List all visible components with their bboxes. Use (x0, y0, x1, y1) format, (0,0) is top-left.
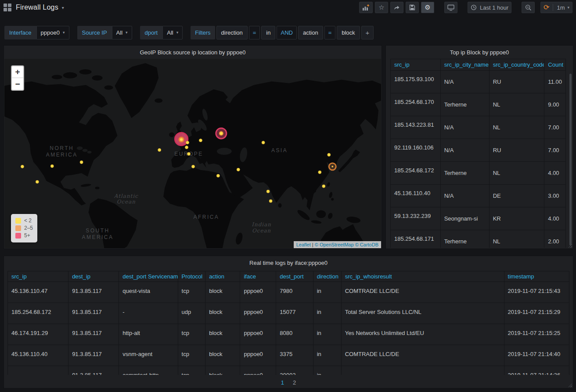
column-header-dest-port[interactable]: dest_port (276, 271, 313, 282)
gear-icon: ⚙ (425, 4, 430, 11)
filter-value-in[interactable]: in (261, 26, 275, 39)
dashboard-title-button[interactable]: Firewall Logs ▾ (4, 4, 64, 11)
variable-source-ip-value: All (116, 29, 122, 36)
cell-dest-ip: 91.3.85.117 (68, 324, 119, 345)
add-panel-button[interactable] (359, 2, 373, 13)
cell-direction: in (313, 324, 341, 345)
zoom-out-button[interactable] (522, 2, 535, 13)
cell-timestamp: 2019-11-07 21:15:29 (504, 303, 569, 324)
add-filter-button[interactable]: + (361, 26, 374, 39)
share-icon (393, 4, 400, 11)
table-row: 185.254.68.171TerherneNL2.00 (391, 230, 566, 248)
cell-service: vsnm-agent (119, 345, 178, 366)
column-header-timestamp[interactable]: timestamp (504, 271, 569, 282)
logs-table: src_ip dest_ip dest_port Servicename Pro… (7, 271, 569, 375)
cell-src-ip: 185.175.93.100 (391, 71, 441, 93)
variable-dport: dport All ▾ (140, 26, 183, 39)
variable-interface-value-dropdown[interactable]: pppoe0 ▾ (36, 26, 69, 39)
page-button-2[interactable]: 2 (293, 379, 296, 386)
panel-title[interactable]: Real time logs by iface:pppoe0 (4, 256, 573, 269)
column-header-whois[interactable]: src_ip_whoisresult (341, 271, 504, 282)
continent-north-america (4, 82, 117, 206)
variable-source-ip-value-dropdown[interactable]: All ▾ (112, 26, 132, 39)
cell-direction: in (313, 303, 341, 324)
column-header-protocol[interactable]: Protocol (178, 271, 205, 282)
cell-country: RU (489, 71, 544, 93)
navbar: Firewall Logs ▾ ☆ (0, 0, 576, 15)
world-map[interactable]: NORTH AMERICA EUROPE ASIA AFRICA SOUTH A… (4, 59, 381, 248)
cell-service: - (119, 303, 178, 324)
cell-city: Terherne (440, 93, 489, 116)
zoom-in-button[interactable]: + (12, 66, 23, 78)
cell-service: quest-vista (119, 282, 178, 303)
time-picker-button[interactable]: Last 1 hour (468, 2, 511, 13)
filter-key-direction[interactable]: direction (216, 26, 248, 39)
cell-count: 4.00 (544, 162, 566, 185)
cell-src-ip: 185.254.68.172 (8, 303, 68, 324)
refresh-button[interactable]: ⟳ 1m ▾ (540, 2, 572, 13)
dashboard-submenu: Interface pppoe0 ▾ Source IP All ▾ dport… (4, 25, 572, 40)
cell-iface: pppoe0 (240, 324, 276, 345)
column-header-src-ip[interactable]: src_ip (8, 271, 68, 282)
table-row: 185.143.223.81N/ANL7.00 (391, 116, 566, 139)
map-marker-cluster-moscow[interactable] (216, 128, 227, 139)
variable-dport-value-dropdown[interactable]: All ▾ (162, 26, 183, 39)
variable-dport-value: All (167, 29, 173, 36)
cell-count: 11.00 (544, 71, 566, 93)
column-header-action[interactable]: action (205, 271, 240, 282)
map-zoom-control: + − (11, 65, 24, 91)
panel-realtime-logs: Real time logs by iface:pppoe0 src_ip de… (4, 256, 573, 388)
openstreetmap-link[interactable]: © OpenStreetMap (315, 242, 354, 247)
cell-count: 7.00 (544, 116, 566, 139)
star-button[interactable]: ☆ (375, 2, 388, 13)
table-header-row: src_ip src_ip_city_name src_ip_country_c… (391, 59, 566, 71)
column-header-iface[interactable]: iface (240, 271, 276, 282)
table-scrollbar[interactable] (569, 74, 572, 246)
column-header-servicename[interactable]: dest_port Servicename (119, 271, 178, 282)
column-header-src-ip[interactable]: src_ip (391, 59, 441, 71)
cell-whois: COMTRADE LLC/DE (341, 282, 504, 303)
column-header-direction[interactable]: direction (313, 271, 341, 282)
zoom-out-button[interactable]: − (12, 78, 23, 90)
cell-count: 2.00 (544, 230, 566, 248)
cell-city: Terherne (440, 230, 489, 248)
column-header-country[interactable]: src_ip_country_code (489, 59, 544, 71)
map-marker (318, 171, 321, 174)
cell-timestamp: 2019-11-07 21:15:25 (504, 324, 569, 345)
filter-key-action[interactable]: action (298, 26, 323, 39)
column-header-dest-ip[interactable]: dest_ip (68, 271, 119, 282)
cell-count: 3.00 (544, 185, 566, 207)
column-header-city[interactable]: src_ip_city_name (440, 59, 489, 71)
grafana-apps-icon[interactable] (4, 4, 11, 11)
panel-title[interactable]: Top ip Block by pppoe0 (386, 46, 573, 59)
time-range-label: Last 1 hour (480, 4, 508, 11)
filter-value-block[interactable]: block (337, 26, 360, 39)
share-button[interactable] (390, 2, 403, 13)
cell-iface: pppoe0 (240, 366, 276, 375)
cartodb-link[interactable]: © CartoDB (355, 242, 378, 247)
cell-count: 7.00 (544, 139, 566, 162)
chevron-down-icon: ▾ (567, 5, 569, 10)
label-indian-ocean: Indian (252, 221, 271, 228)
map-marker (199, 139, 202, 142)
cell-protocol: udp (178, 303, 205, 324)
leaflet-link[interactable]: Leaflet (296, 242, 311, 247)
cell-direction: in (313, 282, 341, 303)
svg-text:Ocean: Ocean (252, 228, 271, 234)
page-button-1[interactable]: 1 (281, 379, 284, 386)
map-marker-cluster-korea[interactable] (329, 163, 336, 170)
settings-button[interactable]: ⚙ (421, 2, 434, 13)
legend-label: 2–5 (24, 225, 33, 232)
panel-title[interactable]: GeoIP Block source ip location by pppoe0 (4, 46, 382, 59)
table-row: 185.254.68.172TerherneNL4.00 (391, 162, 566, 185)
map-marker-cluster-uk[interactable] (175, 132, 189, 146)
cell-country: DE (489, 185, 544, 207)
save-button[interactable] (406, 2, 419, 13)
filter-operator[interactable]: = (249, 26, 260, 39)
tv-mode-button[interactable] (444, 2, 457, 13)
map-marker (269, 200, 272, 203)
map-marker (158, 149, 161, 152)
svg-text:AMERICA: AMERICA (82, 234, 114, 240)
filter-operator[interactable]: = (324, 26, 336, 39)
column-header-count[interactable]: Count (544, 59, 566, 71)
